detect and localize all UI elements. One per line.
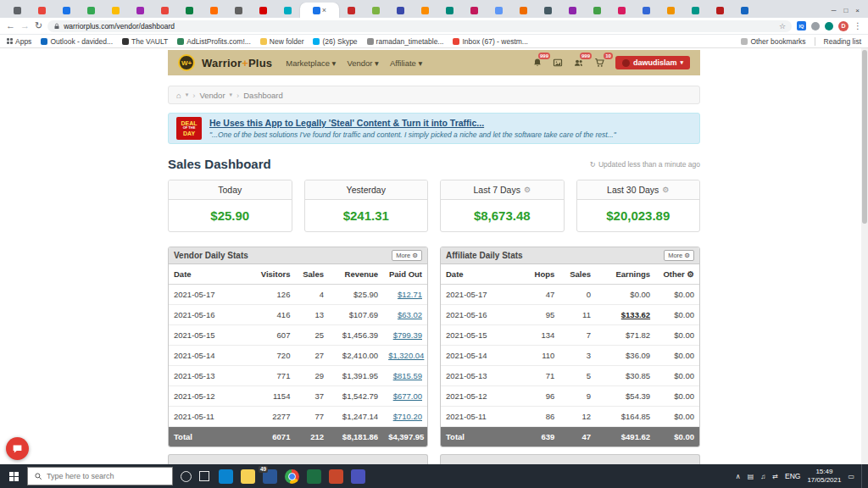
- affiliates-button[interactable]: 999: [573, 58, 584, 68]
- action-center-icon[interactable]: ▭: [848, 473, 854, 480]
- paid-out-link[interactable]: $1,320.04: [383, 346, 427, 366]
- reading-list-button[interactable]: Reading list: [824, 37, 861, 46]
- browser-tab[interactable]: [103, 3, 128, 18]
- browser-tab[interactable]: [251, 3, 275, 18]
- notifications-button[interactable]: 999: [532, 58, 542, 68]
- browser-tab[interactable]: [560, 3, 585, 18]
- offers-button[interactable]: [553, 58, 563, 68]
- account-menu-button[interactable]: dawudislam ▾: [615, 56, 690, 69]
- browser-tab[interactable]: [177, 3, 202, 18]
- taskbar-app-file-explorer[interactable]: [241, 469, 255, 484]
- browser-tab[interactable]: [79, 3, 103, 18]
- maximize-button[interactable]: □: [843, 7, 848, 14]
- browser-tab[interactable]: [732, 3, 757, 18]
- scrollbar-thumb[interactable]: [862, 50, 867, 224]
- cart-button[interactable]: 10: [594, 58, 605, 68]
- home-icon[interactable]: ⌂: [176, 91, 181, 100]
- browser-tab[interactable]: [413, 3, 437, 18]
- browser-tab[interactable]: [364, 3, 388, 18]
- chat-widget-button[interactable]: [6, 437, 29, 460]
- forward-icon[interactable]: →: [20, 21, 30, 30]
- browser-tab[interactable]: [708, 3, 732, 18]
- browser-tab[interactable]: [275, 3, 300, 18]
- bookmark-item[interactable]: Outlook - davided...: [41, 37, 113, 46]
- browser-tab[interactable]: [585, 3, 609, 18]
- page-scrollbar[interactable]: [861, 48, 868, 464]
- deal-link[interactable]: He Uses this App to Legally 'Steal' Cont…: [209, 118, 616, 128]
- browser-tab[interactable]: [462, 3, 487, 18]
- bookmark-item[interactable]: (26) Skype: [313, 37, 357, 46]
- monitor-icon[interactable]: ▤: [748, 473, 754, 480]
- breadcrumb-vendor[interactable]: Vendor: [199, 91, 225, 100]
- bookmark-item[interactable]: New folder: [260, 37, 304, 46]
- bookmark-star-icon[interactable]: ☆: [779, 22, 786, 30]
- taskbar-clock[interactable]: 15:49 17/05/2021: [807, 468, 841, 484]
- browser-tab[interactable]: [5, 3, 30, 18]
- browser-tab[interactable]: [226, 3, 251, 18]
- paid-out-link[interactable]: $710.20: [383, 407, 427, 427]
- other-bookmarks-button[interactable]: Other bookmarks: [741, 37, 805, 46]
- cortana-icon[interactable]: [181, 471, 192, 482]
- more-button[interactable]: More⚙: [392, 250, 422, 261]
- browser-tab[interactable]: [536, 3, 560, 18]
- browser-tab[interactable]: [30, 3, 54, 18]
- task-view-icon[interactable]: [199, 471, 209, 481]
- tab-close-icon[interactable]: ×: [322, 7, 326, 14]
- paid-out-link[interactable]: $63.02: [383, 305, 427, 325]
- language-indicator[interactable]: ENG: [785, 472, 800, 480]
- browser-tab[interactable]: [487, 3, 511, 18]
- search-input[interactable]: [47, 472, 157, 480]
- browser-tab[interactable]: [683, 3, 708, 18]
- extension-icon[interactable]: [811, 22, 820, 30]
- nav-item-marketplace[interactable]: Marketplace ▾: [286, 58, 336, 68]
- taskbar-app-excel[interactable]: [307, 469, 321, 484]
- browser-tab[interactable]: [128, 3, 153, 18]
- browser-tab[interactable]: [202, 3, 226, 18]
- browser-tab[interactable]: [609, 3, 634, 18]
- tray-expand-icon[interactable]: ∧: [736, 473, 741, 480]
- browser-tab[interactable]: [659, 3, 683, 18]
- browser-tab[interactable]: [388, 3, 413, 18]
- gear-icon[interactable]: ⚙: [687, 269, 694, 279]
- taskbar-app-chrome[interactable]: [285, 469, 299, 484]
- address-bar[interactable]: warriorplus.com/vendor/dashboard ☆: [47, 20, 792, 32]
- browser-tab[interactable]: [153, 3, 177, 18]
- paid-out-link[interactable]: $799.39: [383, 325, 427, 346]
- browser-tab[interactable]: [437, 3, 462, 18]
- apps-shortcut[interactable]: Apps: [7, 37, 31, 46]
- network-icon[interactable]: ⇄: [772, 473, 778, 480]
- profile-avatar[interactable]: D: [838, 21, 849, 31]
- paid-out-link[interactable]: $12.71: [383, 285, 427, 305]
- bookmark-item[interactable]: The VAULT: [122, 37, 168, 46]
- back-icon[interactable]: ←: [6, 21, 15, 30]
- bookmark-item[interactable]: Inbox (67) - westm...: [453, 37, 527, 46]
- browser-tab[interactable]: [54, 3, 79, 18]
- browser-tab-active[interactable]: ×: [300, 3, 339, 18]
- taskbar-app-edge[interactable]: [219, 469, 233, 484]
- close-button[interactable]: ×: [855, 7, 860, 14]
- bookmark-item[interactable]: AdListProfits.com!...: [177, 37, 251, 46]
- earnings-link[interactable]: $133.62: [596, 305, 655, 325]
- refresh-icon[interactable]: ↻: [35, 21, 42, 30]
- paid-out-link[interactable]: $677.00: [383, 386, 427, 407]
- more-button[interactable]: More⚙: [664, 250, 694, 261]
- brand-name[interactable]: Warrior+Plus: [202, 57, 272, 69]
- browser-menu-icon[interactable]: ⋮: [854, 21, 862, 30]
- taskbar-app-powerpoint[interactable]: [329, 469, 343, 484]
- nav-item-affiliate[interactable]: Affiliate ▾: [390, 58, 422, 68]
- bookmark-item[interactable]: ramadan_timetable...: [367, 37, 444, 46]
- warriorplus-logo-icon[interactable]: W+: [178, 54, 195, 71]
- refresh-icon[interactable]: ↻: [590, 160, 596, 169]
- extension-icon[interactable]: [825, 22, 833, 30]
- start-button[interactable]: [0, 464, 27, 488]
- browser-tab[interactable]: [511, 3, 536, 18]
- paid-out-link[interactable]: $815.59: [383, 366, 427, 386]
- browser-tab[interactable]: [634, 3, 659, 18]
- taskbar-app-app-store[interactable]: 49: [263, 469, 277, 484]
- extension-iq-icon[interactable]: IQ: [797, 21, 806, 30]
- taskbar-search[interactable]: [27, 467, 173, 485]
- nav-item-vendor[interactable]: Vendor ▾: [347, 58, 379, 68]
- taskbar-app-teams[interactable]: [351, 469, 365, 484]
- gear-icon[interactable]: ⚙: [662, 186, 669, 194]
- minimize-button[interactable]: ─: [832, 7, 837, 14]
